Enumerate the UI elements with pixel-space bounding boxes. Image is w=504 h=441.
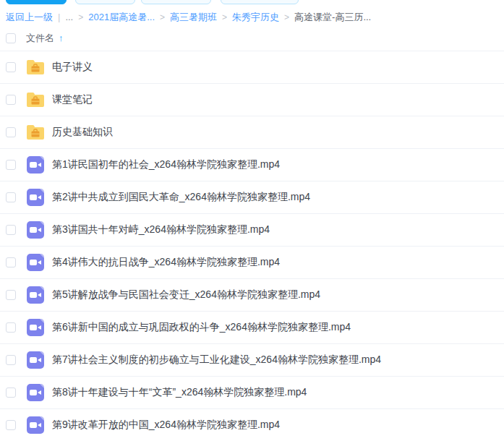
table-row[interactable]: 第1讲民国初年的社会_x264翰林学院独家整理.mp4 xyxy=(0,149,504,181)
table-row[interactable]: 第7讲社会主义制度的初步确立与工业化建设_x264翰林学院独家整理.mp4 xyxy=(0,344,504,377)
file-name-label: 历史基础知识 xyxy=(52,126,113,139)
file-manager-page: 返回上一级 | ... > 2021届高途暑... > 高三暑期班 > 朱秀宇历… xyxy=(0,0,504,441)
folder-icon xyxy=(26,59,45,75)
video-file-icon xyxy=(27,156,44,174)
breadcrumb-separator: > xyxy=(78,12,83,22)
file-list-header: 文件名 ↑ xyxy=(0,25,504,51)
video-file-icon xyxy=(27,254,44,271)
video-file-icon xyxy=(27,384,44,401)
video-file-icon xyxy=(27,319,44,336)
table-row[interactable]: 第2讲中共成立到国民大革命_x264翰林学院独家整理.mp4 xyxy=(0,181,504,214)
file-name-label: 第9讲改革开放的中国_x264翰林学院独家整理.mp4 xyxy=(52,419,280,432)
video-file-icon xyxy=(27,351,44,369)
video-file-icon xyxy=(27,221,44,239)
video-file-icon xyxy=(27,189,44,206)
file-name-label: 第3讲国共十年对峙_x264翰林学院独家整理.mp4 xyxy=(52,223,270,236)
toolbar-button-2[interactable] xyxy=(75,0,135,4)
file-name-label: 第2讲中共成立到国民大革命_x264翰林学院独家整理.mp4 xyxy=(52,191,310,204)
file-name-label: 第1讲民国初年的社会_x264翰林学院独家整理.mp4 xyxy=(52,158,280,171)
breadcrumb-back-link[interactable]: 返回上一级 xyxy=(6,11,53,24)
row-checkbox[interactable] xyxy=(6,290,16,300)
video-file-icon xyxy=(27,286,44,304)
toolbar-button-4[interactable] xyxy=(221,0,299,4)
row-icon-wrap xyxy=(26,254,45,271)
row-checkbox[interactable] xyxy=(6,62,16,72)
row-icon-wrap xyxy=(26,286,45,304)
table-row[interactable]: 第6讲新中国的成立与巩固政权的斗争_x264翰林学院独家整理.mp4 xyxy=(0,312,504,344)
row-checkbox[interactable] xyxy=(6,420,16,430)
row-checkbox[interactable] xyxy=(6,160,16,170)
breadcrumb-link-3[interactable]: 朱秀宇历史 xyxy=(232,11,279,24)
sort-ascending-icon[interactable]: ↑ xyxy=(59,33,64,43)
breadcrumb-link-1[interactable]: 2021届高途暑... xyxy=(88,11,155,24)
breadcrumb-separator: > xyxy=(160,12,165,22)
breadcrumb-divider: | xyxy=(58,12,60,22)
table-row[interactable]: 课堂笔记 xyxy=(0,84,504,116)
filename-column-header: 文件名 xyxy=(26,32,54,45)
row-icon-wrap xyxy=(26,384,45,401)
row-icon-wrap xyxy=(26,351,45,369)
row-icon-wrap xyxy=(26,319,45,336)
row-icon-wrap xyxy=(26,91,45,108)
table-row[interactable]: 第9讲改革开放的中国_x264翰林学院独家整理.mp4 xyxy=(0,409,504,441)
row-checkbox[interactable] xyxy=(6,322,16,333)
row-icon-wrap xyxy=(26,416,45,434)
row-checkbox[interactable] xyxy=(6,192,16,202)
file-name-label: 第8讲十年建设与十年“文革”_x264翰林学院独家整理.mp4 xyxy=(52,386,307,399)
breadcrumb-link-2[interactable]: 高三暑期班 xyxy=(170,11,217,24)
table-row[interactable]: 历史基础知识 xyxy=(0,116,504,149)
row-icon-wrap xyxy=(26,189,45,206)
folder-icon xyxy=(26,124,45,140)
row-icon-wrap xyxy=(26,124,45,141)
row-checkbox[interactable] xyxy=(6,355,16,365)
row-checkbox[interactable] xyxy=(6,225,16,235)
row-checkbox[interactable] xyxy=(6,257,16,267)
row-icon-wrap xyxy=(26,221,45,239)
breadcrumb-ellipsis[interactable]: ... xyxy=(65,12,73,22)
video-file-icon xyxy=(27,416,44,434)
file-name-label: 第4讲伟大的抗日战争_x264翰林学院独家整理.mp4 xyxy=(52,256,280,269)
row-icon-wrap xyxy=(26,59,45,76)
toolbar-button-3[interactable] xyxy=(141,0,211,4)
table-row[interactable]: 第5讲解放战争与民国社会变迁_x264翰林学院独家整理.mp4 xyxy=(0,279,504,312)
file-name-label: 课堂笔记 xyxy=(52,93,93,106)
row-checkbox[interactable] xyxy=(6,388,16,398)
breadcrumb-separator: > xyxy=(284,12,289,22)
row-checkbox[interactable] xyxy=(6,127,16,137)
file-name-label: 第7讲社会主义制度的初步确立与工业化建设_x264翰林学院独家整理.mp4 xyxy=(52,354,381,367)
file-list: 电子讲义 课堂笔记 xyxy=(0,51,504,441)
select-all-checkbox[interactable] xyxy=(6,33,16,43)
row-checkbox[interactable] xyxy=(6,95,16,105)
table-row[interactable]: 第8讲十年建设与十年“文革”_x264翰林学院独家整理.mp4 xyxy=(0,377,504,409)
table-row[interactable]: 第3讲国共十年对峙_x264翰林学院独家整理.mp4 xyxy=(0,214,504,247)
breadcrumb-current: 高途课堂-高三历... xyxy=(294,11,371,24)
breadcrumb-separator: > xyxy=(222,12,227,22)
breadcrumb: 返回上一级 | ... > 2021届高途暑... > 高三暑期班 > 朱秀宇历… xyxy=(0,6,504,25)
file-name-label: 电子讲义 xyxy=(52,61,93,74)
row-icon-wrap xyxy=(26,156,45,174)
table-row[interactable]: 第4讲伟大的抗日战争_x264翰林学院独家整理.mp4 xyxy=(0,247,504,279)
file-name-label: 第5讲解放战争与民国社会变迁_x264翰林学院独家整理.mp4 xyxy=(52,288,320,301)
toolbar xyxy=(0,0,504,6)
toolbar-button-1[interactable] xyxy=(6,0,67,4)
folder-icon xyxy=(26,92,45,108)
file-name-label: 第6讲新中国的成立与巩固政权的斗争_x264翰林学院独家整理.mp4 xyxy=(52,321,351,334)
table-row[interactable]: 电子讲义 xyxy=(0,51,504,84)
